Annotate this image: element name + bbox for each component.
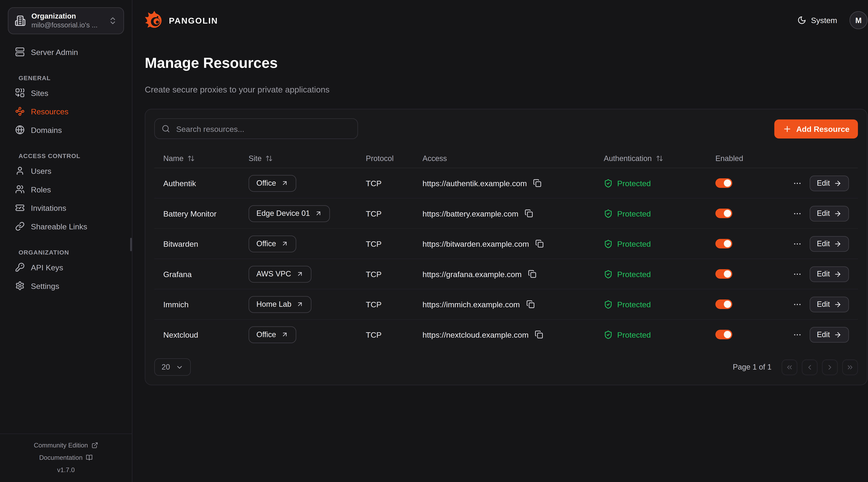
edit-button[interactable]: Edit	[809, 206, 849, 222]
sidebar-item-users[interactable]: Users	[8, 162, 124, 180]
site-cell: Office	[240, 326, 357, 343]
community-edition-link[interactable]: Community Edition	[0, 439, 132, 451]
pagination-controls: Page 1 of 1	[733, 359, 858, 375]
edit-button[interactable]: Edit	[809, 175, 849, 191]
top-right-controls: System M	[798, 11, 867, 29]
access-url: https://authentik.example.com	[423, 179, 527, 188]
row-menu-button[interactable]	[792, 178, 803, 189]
authentication-badge: Protected	[617, 330, 651, 339]
actions-cell: Edit	[788, 206, 858, 222]
site-link-button[interactable]: Office	[249, 326, 296, 343]
copy-url-button[interactable]	[535, 330, 543, 339]
authentication-cell: Protected	[595, 300, 706, 309]
previous-page-button[interactable]	[802, 359, 818, 375]
edit-button[interactable]: Edit	[809, 327, 849, 343]
community-edition-label: Community Edition	[34, 439, 88, 451]
shield-check-icon	[604, 179, 613, 188]
site-link-button[interactable]: Office	[249, 235, 296, 252]
enabled-toggle[interactable]	[715, 300, 732, 309]
column-header-authentication[interactable]: Authentication	[595, 154, 706, 163]
brand[interactable]: PANGOLIN	[145, 10, 218, 30]
waypoints-icon	[15, 106, 25, 116]
theme-toggle-button[interactable]: System	[798, 15, 837, 25]
copy-url-button[interactable]	[528, 270, 536, 278]
last-page-button[interactable]	[842, 359, 858, 375]
copy-url-button[interactable]	[525, 210, 533, 218]
search-input[interactable]	[175, 124, 351, 134]
sidebar-item-invitations[interactable]: Invitations	[8, 198, 124, 217]
resource-name: Battery Monitor	[154, 209, 240, 218]
sidebar-item-server-admin[interactable]: Server Admin	[8, 43, 124, 61]
avatar[interactable]: M	[849, 11, 867, 29]
copy-icon	[535, 239, 544, 248]
site-link-button[interactable]: AWS VPC	[249, 266, 311, 283]
row-menu-button[interactable]	[792, 238, 803, 250]
row-menu-button[interactable]	[792, 208, 803, 219]
enabled-toggle[interactable]	[715, 239, 732, 249]
add-resource-button[interactable]: Add Resource	[774, 119, 858, 138]
copy-url-button[interactable]	[533, 179, 541, 187]
enabled-toggle[interactable]	[715, 269, 732, 279]
edit-button-label: Edit	[817, 300, 830, 309]
org-switcher[interactable]: Organization milo@fossorial.io's ...	[8, 7, 124, 34]
protocol-value: TCP	[357, 179, 413, 188]
top-bar: PANGOLIN System M	[145, 0, 867, 40]
actions-cell: Edit	[788, 175, 858, 191]
sidebar-item-domains[interactable]: Domains	[8, 121, 124, 139]
page-size-select[interactable]: 20	[154, 359, 191, 376]
edit-button[interactable]: Edit	[809, 236, 849, 252]
edit-button-label: Edit	[817, 239, 830, 248]
copy-icon	[533, 179, 541, 187]
sidebar-item-roles[interactable]: Roles	[8, 180, 124, 199]
column-header-name[interactable]: Name	[154, 154, 240, 163]
protocol-value: TCP	[357, 300, 413, 309]
actions-cell: Edit	[788, 327, 858, 343]
sidebar-scrollbar-thumb[interactable]	[130, 238, 132, 251]
chevrons-right-icon	[846, 363, 854, 371]
enabled-toggle[interactable]	[715, 330, 732, 340]
app-window: Organization milo@fossorial.io's ... Ser…	[0, 0, 868, 482]
arrow-up-right-icon	[281, 331, 288, 338]
site-name: Office	[256, 179, 276, 187]
access-url: https://nextcloud.example.com	[423, 330, 529, 339]
sidebar-item-api-keys[interactable]: API Keys	[8, 258, 124, 277]
enabled-cell	[706, 330, 788, 340]
chevrons-up-down-icon	[108, 16, 117, 25]
shield-check-icon	[604, 300, 613, 309]
enabled-toggle[interactable]	[715, 179, 732, 188]
gear-icon	[15, 281, 25, 290]
sidebar-item-settings[interactable]: Settings	[8, 277, 124, 295]
next-page-button[interactable]	[822, 359, 838, 375]
brand-name: PANGOLIN	[169, 15, 218, 25]
row-menu-button[interactable]	[792, 299, 803, 310]
resource-name: Authentik	[154, 179, 240, 188]
site-name: Home Lab	[256, 300, 291, 309]
sidebar-item-shareable-links[interactable]: Shareable Links	[8, 217, 124, 236]
table-body: Authentik Office TCP https://authentik.e…	[154, 168, 858, 350]
edit-button[interactable]: Edit	[809, 296, 849, 312]
sidebar-item-resources[interactable]: Resources	[8, 102, 124, 121]
site-link-button[interactable]: Office	[249, 175, 296, 192]
copy-url-button[interactable]	[526, 300, 534, 309]
enabled-toggle[interactable]	[715, 209, 732, 219]
chevrons-left-icon	[785, 363, 793, 371]
column-header-site[interactable]: Site	[240, 154, 357, 163]
site-link-button[interactable]: Home Lab	[249, 296, 312, 313]
shield-check-icon	[604, 330, 613, 339]
site-link-button[interactable]: Edge Device 01	[249, 205, 330, 222]
page-size-value: 20	[162, 363, 170, 372]
first-page-button[interactable]	[781, 359, 797, 375]
plus-icon	[783, 124, 792, 133]
row-menu-button[interactable]	[792, 268, 803, 280]
edit-button[interactable]: Edit	[809, 266, 849, 282]
authentication-badge: Protected	[617, 300, 651, 309]
chevron-left-icon	[806, 363, 813, 371]
sort-icon	[656, 155, 663, 162]
sidebar-item-label: Settings	[31, 281, 59, 290]
copy-icon	[525, 210, 533, 218]
copy-url-button[interactable]	[535, 239, 544, 248]
main-content: PANGOLIN System M Manage Resources Creat…	[132, 0, 868, 482]
row-menu-button[interactable]	[792, 329, 803, 341]
sidebar-item-sites[interactable]: Sites	[8, 84, 124, 102]
documentation-link[interactable]: Documentation	[0, 451, 132, 463]
